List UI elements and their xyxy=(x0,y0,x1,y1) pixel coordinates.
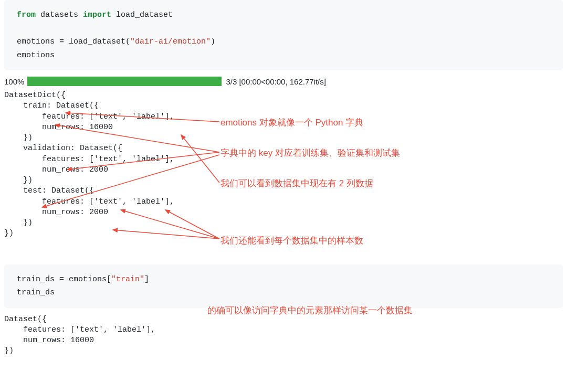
echo-var: emotions xyxy=(17,51,55,60)
key-string: "train" xyxy=(111,275,144,284)
annotation-3: 我们可以看到数据集中现在有 2 列数据 xyxy=(220,177,373,189)
string-arg: "dair-ai/emotion" xyxy=(130,37,211,46)
call-end: ) xyxy=(211,37,215,46)
equals-2: = xyxy=(55,275,69,284)
obj-end: ] xyxy=(144,275,149,284)
echo-var-2: train_ds xyxy=(17,288,55,297)
progress-pct: 100% xyxy=(4,77,24,86)
assign-target-2: train_ds xyxy=(17,275,55,284)
call: load_dataset( xyxy=(69,37,130,46)
obj-access: emotions[ xyxy=(69,275,111,284)
annotation-4: 我们还能看到每个数据集中的样本数 xyxy=(220,235,363,247)
annotation-1: emotions 对象就像一个 Python 字典 xyxy=(220,116,363,129)
import-name: load_dataset xyxy=(116,10,173,19)
code-block-1: from datasets import load_dataset emotio… xyxy=(4,0,563,70)
annotation-2: 字典中的 key 对应着训练集、验证集和测试集 xyxy=(220,147,400,159)
code-block-2: train_ds = emotions["train"] train_ds xyxy=(4,264,563,308)
keyword-import: import xyxy=(83,10,111,19)
keyword-from: from xyxy=(17,10,36,19)
output-block-1: DatasetDict({ train: Dataset({ features:… xyxy=(4,90,563,239)
equals: = xyxy=(55,37,69,46)
assign-target: emotions xyxy=(17,37,55,46)
progress-row: 100% 3/3 [00:00<00:00, 162.77it/s] xyxy=(4,77,563,86)
output-block-2: Dataset({ features: ['text', 'label'], n… xyxy=(4,314,563,357)
annotation-5: 的确可以像访问字典中的元素那样访问某一个数据集 xyxy=(207,304,413,316)
module-name: datasets xyxy=(40,10,78,19)
progress-stats: 3/3 [00:00<00:00, 162.77it/s] xyxy=(226,77,326,86)
progress-bar xyxy=(27,77,222,86)
